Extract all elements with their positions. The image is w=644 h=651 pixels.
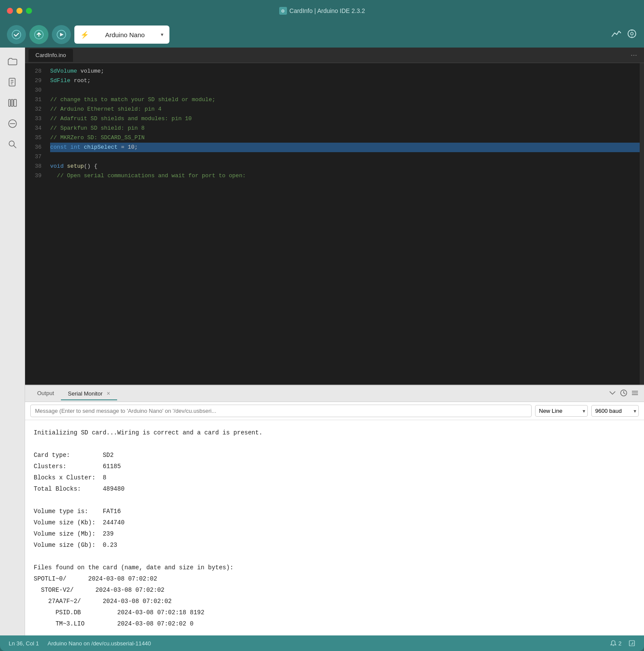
sidebar-item-libraries[interactable]	[4, 94, 21, 112]
lines-icon	[631, 389, 639, 397]
sketch-icon	[8, 77, 17, 87]
no-entry-icon	[8, 119, 17, 128]
cursor-position: Ln 36, Col 1	[9, 640, 39, 647]
status-bar-right: 2	[610, 640, 635, 647]
baud-rate-select[interactable]: 300 baud 1200 baud 2400 baud 4800 baud 9…	[591, 405, 639, 417]
bell-icon	[610, 640, 617, 647]
serial-monitor-button[interactable]	[627, 29, 637, 41]
notification-count: 2	[618, 640, 622, 647]
search-icon	[8, 140, 17, 149]
code-line-30	[50, 86, 640, 95]
serial-input-row: No line ending Newline Carriage return B…	[25, 402, 644, 420]
tab-output[interactable]: Output	[30, 387, 61, 400]
sidebar-item-files[interactable]	[4, 53, 21, 70]
main-container: CardInfo.ino ··· 28 29 30 31 32 33 34 35…	[0, 48, 644, 635]
code-line-31: // change this to match your SD shield o…	[50, 95, 640, 105]
lines-button[interactable]	[631, 389, 639, 399]
svg-line-22	[624, 393, 625, 394]
editor-scrollbar[interactable]	[640, 63, 644, 385]
code-line-35: // MKRZero SD: SDCARD_SS_PIN	[50, 133, 640, 143]
library-icon	[8, 98, 17, 108]
maximize-button[interactable]	[26, 8, 32, 14]
clock-button[interactable]	[620, 389, 628, 399]
svg-point-6	[631, 32, 633, 35]
code-line-34: // Sparkfun SD shield: pin 8	[50, 124, 640, 133]
svg-rect-13	[9, 99, 10, 106]
new-line-select-wrapper: No line ending Newline Carriage return B…	[535, 405, 588, 417]
plotter-icon	[611, 29, 622, 39]
tab-serial-monitor[interactable]: Serial Monitor ×	[61, 387, 117, 400]
serial-output: Initializing SD card...Wiring is correct…	[25, 420, 644, 635]
svg-line-19	[14, 146, 16, 148]
folder-icon	[8, 57, 17, 66]
file-tab-more[interactable]: ···	[627, 51, 641, 60]
serial-message-input[interactable]	[30, 405, 532, 417]
traffic-lights	[7, 8, 32, 14]
file-tab-cardinfo[interactable]: CardInfo.ino	[29, 49, 73, 62]
upload-icon	[34, 30, 44, 39]
expand-icon[interactable]	[628, 640, 635, 647]
code-line-32: // Arduino Ethernet shield: pin 4	[50, 105, 640, 114]
app-icon: ⚙	[279, 7, 287, 15]
upload-button[interactable]	[29, 25, 48, 44]
plotter-button[interactable]	[611, 29, 622, 41]
new-line-select[interactable]: No line ending Newline Carriage return B…	[535, 405, 588, 417]
board-port-info: Arduino Nano on /dev/cu.usbserial-11440	[48, 640, 151, 647]
serial-monitor-icon	[627, 29, 637, 39]
code-line-38: void setup() {	[50, 162, 640, 171]
panel-tabs: Output Serial Monitor ×	[25, 386, 644, 402]
collapse-panel-button[interactable]	[609, 389, 616, 399]
title-bar: ⚙ CardInfo | Arduino IDE 2.3.2	[0, 0, 644, 22]
svg-marker-4	[60, 33, 64, 36]
code-line-29: SdFile root;	[50, 76, 640, 86]
sidebar-item-boards[interactable]	[4, 115, 21, 132]
code-editor[interactable]: 28 29 30 31 32 33 34 35 36 37 38 39 SdVo…	[25, 63, 644, 385]
minimize-button[interactable]	[16, 8, 22, 14]
debug-icon	[57, 30, 66, 39]
svg-point-0	[12, 30, 21, 39]
code-line-39: // Open serial communications and wait f…	[50, 171, 640, 181]
window-title: ⚙ CardInfo | Arduino IDE 2.3.2	[279, 7, 365, 15]
serial-monitor-close-button[interactable]: ×	[107, 390, 110, 397]
svg-rect-14	[11, 99, 13, 106]
close-button[interactable]	[7, 8, 13, 14]
board-selector[interactable]: ⚡ Arduino Nano ▾	[74, 26, 169, 44]
panel-tab-icons	[609, 389, 639, 399]
toolbar-right	[611, 29, 637, 41]
code-editor-container: CardInfo.ino ··· 28 29 30 31 32 33 34 35…	[25, 48, 644, 385]
status-bar: Ln 36, Col 1 Arduino Nano on /dev/cu.usb…	[0, 635, 644, 651]
clock-icon	[620, 389, 628, 397]
bottom-panel: Output Serial Monitor ×	[25, 385, 644, 635]
svg-point-18	[9, 141, 14, 146]
editor-split: CardInfo.ino ··· 28 29 30 31 32 33 34 35…	[25, 48, 644, 635]
collapse-icon	[609, 389, 616, 397]
board-usb-icon: ⚡	[80, 31, 89, 39]
svg-rect-15	[14, 99, 16, 106]
sidebar	[0, 48, 25, 635]
baud-rate-select-wrapper: 300 baud 1200 baud 2400 baud 4800 baud 9…	[591, 405, 639, 417]
notification-bell[interactable]: 2	[610, 640, 622, 647]
code-line-36: const int chipSelect = 10;	[50, 143, 640, 152]
toolbar: ⚡ Arduino Nano ▾	[0, 22, 644, 48]
line-numbers: 28 29 30 31 32 33 34 35 36 37 38 39	[25, 63, 47, 385]
file-tabs: CardInfo.ino ···	[25, 48, 644, 63]
code-line-33: // Adafruit SD shields and modules: pin …	[50, 114, 640, 124]
sidebar-item-search[interactable]	[4, 136, 21, 153]
dropdown-arrow-icon: ▾	[161, 32, 163, 38]
verify-button[interactable]	[7, 25, 26, 44]
code-line-28: SdVolume volume;	[50, 67, 640, 76]
verify-icon	[12, 30, 21, 39]
sidebar-item-sketch[interactable]	[4, 73, 21, 91]
svg-rect-27	[629, 641, 634, 646]
debug-button[interactable]	[52, 25, 71, 44]
code-content: SdVolume volume; SdFile root; // change …	[47, 63, 640, 385]
code-line-37	[50, 152, 640, 162]
